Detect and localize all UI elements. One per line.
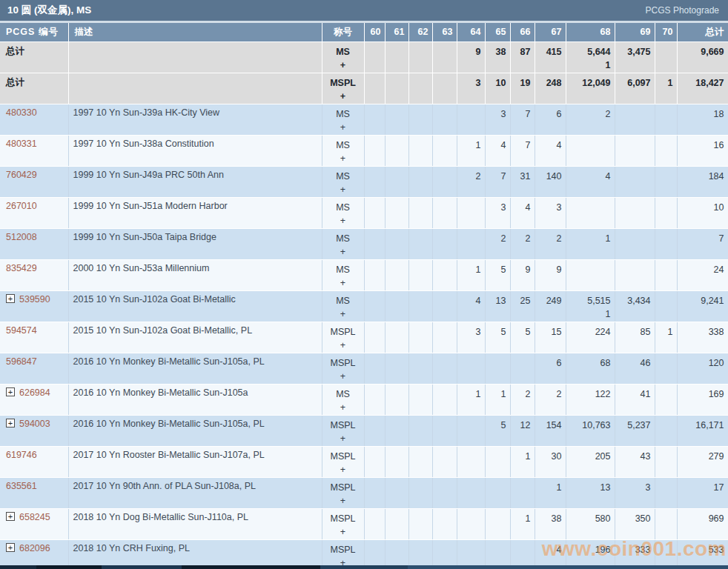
grade-value	[366, 170, 381, 183]
pcgs-number-link[interactable]: 594574	[6, 325, 37, 336]
grade-value: 10	[487, 76, 506, 90]
grade-value	[434, 263, 453, 276]
grade-plus-value	[568, 494, 611, 508]
designation-label: MSPL	[324, 543, 363, 556]
grade-cell-64: 1	[457, 384, 485, 415]
pcgs-number-link[interactable]: 480330	[6, 107, 37, 118]
grade-value: 1	[657, 325, 673, 339]
grade-cell-69	[615, 104, 655, 135]
grade-value	[434, 512, 453, 525]
grade-cell-70	[655, 135, 677, 166]
grade-plus-value	[434, 307, 453, 321]
grade-cell-68	[566, 135, 615, 166]
grade-plus-value	[459, 59, 481, 72]
grade-cell-70	[655, 415, 677, 446]
grade-cell-62	[408, 322, 432, 353]
grade-cell-67: 38	[535, 508, 566, 539]
grade-plus-value	[512, 339, 531, 352]
grade-value	[657, 356, 673, 370]
description-cell: 1999 10 Yn Sun-J49a PRC 50th Ann	[68, 166, 322, 197]
grade-cell-67: 1	[535, 477, 566, 508]
grade-value: 415	[537, 45, 562, 59]
grade-cell-60	[364, 166, 385, 197]
grade-plus-value	[434, 401, 453, 414]
grade-plus-value	[537, 525, 562, 539]
grade-plus-value	[512, 401, 531, 414]
grade-cell-61	[385, 259, 408, 290]
grade-value	[411, 294, 428, 307]
grade-cell-68: 13	[566, 477, 615, 508]
designation-cell: MSPL+	[322, 446, 364, 477]
grade-plus-value	[617, 307, 651, 321]
grade-value: 41	[617, 387, 651, 401]
pcgs-number-link[interactable]: 626984	[19, 387, 50, 398]
description-cell: 2000 10 Yn Sun-J53a Millennium	[68, 259, 322, 290]
pcgs-number-link[interactable]: 596847	[6, 356, 37, 367]
designation-label: MSPL	[324, 481, 363, 494]
grade-cell-69	[615, 228, 655, 259]
grade-plus-value	[387, 183, 405, 196]
grade-value	[411, 481, 428, 494]
grade-cell-70	[655, 197, 677, 228]
expand-icon[interactable]: +	[6, 387, 15, 396]
grade-cell-61	[385, 41, 408, 73]
pcgs-number-link[interactable]: 480331	[6, 139, 37, 149]
description-cell: 1999 10 Yn Sun-J50a Taipa Bridge	[68, 228, 322, 259]
grade-plus-value	[411, 401, 428, 414]
grade-value	[617, 139, 651, 152]
grade-plus-value	[537, 432, 562, 445]
pcgs-number-link[interactable]: 539590	[19, 294, 50, 305]
grade-plus-value	[411, 339, 428, 352]
grade-value	[366, 201, 381, 214]
grade-cell-66	[510, 353, 535, 384]
grade-plus-value	[657, 463, 673, 476]
table-row: 2670101999 10 Yn Sun-J51a Modern HarborM…	[0, 197, 728, 228]
expand-icon[interactable]: +	[6, 543, 15, 552]
pcgs-number-cell: 480330	[0, 104, 68, 135]
grade-cell-68: 224	[566, 322, 615, 353]
grade-cell-69: 3	[615, 477, 655, 508]
grade-cell-70	[655, 259, 677, 290]
grade-plus-value	[366, 370, 381, 383]
grade-plus-value	[434, 432, 453, 445]
grade-cell-60	[364, 41, 385, 73]
pcgs-number-link[interactable]: 619746	[6, 450, 37, 460]
grade-value	[487, 481, 506, 494]
pcgs-number-link[interactable]: 835429	[6, 263, 37, 273]
photograde-link[interactable]: PCGS Photograde	[646, 5, 719, 16]
designation-label: MSPL	[324, 325, 363, 339]
expand-icon[interactable]: +	[6, 294, 15, 303]
grade-plus-value: 1	[568, 307, 611, 321]
expand-icon[interactable]: +	[6, 419, 15, 427]
grade-plus-value	[537, 183, 562, 196]
grade-cell-70	[655, 539, 677, 569]
grade-value	[366, 481, 381, 494]
grade-plus-value	[411, 121, 428, 134]
description-cell: 2017 10 Yn 90th Ann. of PLA Sun-J108a, P…	[68, 477, 322, 508]
total-cell: 18,427	[677, 73, 728, 104]
grade-cell-61	[385, 477, 408, 508]
pcgs-number-link[interactable]: 635561	[6, 481, 37, 491]
pcgs-number-link[interactable]: 682096	[19, 543, 50, 553]
grade-value	[434, 201, 453, 214]
pcgs-number-link[interactable]: 760429	[6, 170, 37, 180]
grade-plus-value	[617, 401, 651, 414]
designation-cell: MS+	[322, 384, 364, 415]
table-row: 7604291999 10 Yn Sun-J49a PRC 50th AnnMS…	[0, 166, 728, 197]
pcgs-number-link[interactable]: 512008	[6, 232, 37, 242]
pcgs-number-link[interactable]: 658245	[19, 512, 50, 522]
grade-plus-value	[459, 525, 481, 539]
grade-plus-value	[537, 276, 562, 290]
grade-value: 1	[657, 76, 673, 90]
pcgs-number-link[interactable]: 267010	[6, 201, 37, 211]
grade-plus-value	[568, 90, 611, 103]
grade-plus-value	[366, 245, 381, 259]
plus-designation-label: +	[324, 183, 363, 196]
expand-icon[interactable]: +	[6, 512, 15, 521]
pcgs-number-link[interactable]: 594003	[19, 419, 50, 429]
table-row: +6820962018 10 Yn CRH Fuxing, PLMSPL+ 4 …	[0, 539, 728, 569]
grade-value: 3	[459, 76, 481, 90]
grade-value	[411, 512, 428, 525]
grade-cell-60	[364, 384, 385, 415]
grade-value: 350	[617, 512, 651, 525]
